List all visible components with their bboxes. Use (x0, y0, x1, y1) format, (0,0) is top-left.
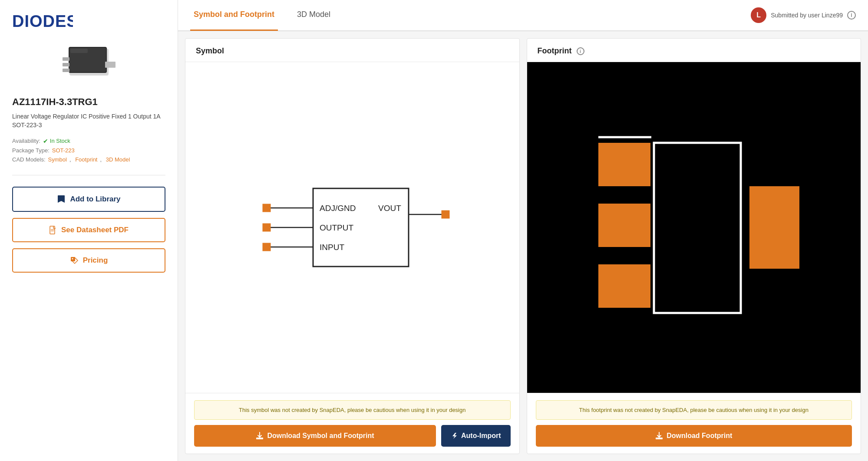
download-footprint-button[interactable]: Download Footprint (536, 425, 852, 447)
tab-3d-model[interactable]: 3D Model (294, 0, 334, 31)
info-icon[interactable]: i (847, 11, 856, 20)
svg-text:VOUT: VOUT (378, 204, 401, 213)
footprint-warning: This footprint was not created by SnapED… (536, 400, 852, 420)
footprint-panel-bottom: This footprint was not created by SnapED… (527, 393, 861, 454)
svg-rect-32 (749, 186, 799, 269)
auto-import-button[interactable]: Auto-Import (441, 425, 511, 447)
symbol-canvas: ADJ/GND OUTPUT INPUT VOUT (185, 62, 519, 393)
availability-label: Availability: (12, 138, 40, 144)
tabs-header: Symbol and Footprint 3D Model L Submitte… (178, 0, 868, 31)
lightning-icon (451, 432, 458, 439)
tag-icon (70, 256, 79, 265)
component-image (12, 39, 165, 87)
see-datasheet-button[interactable]: See Datasheet PDF (12, 218, 165, 242)
cad-label: CAD Models: (12, 156, 46, 163)
footprint-panel-title: Footprint i (527, 39, 861, 62)
symbol-panel: Symbol (185, 38, 520, 454)
svg-text:ADJ/GND: ADJ/GND (320, 204, 356, 213)
svg-rect-4 (70, 49, 88, 53)
svg-rect-8 (105, 62, 116, 68)
right-panel: Symbol and Footprint 3D Model L Submitte… (178, 0, 868, 461)
download-footprint-icon (655, 432, 663, 440)
package-link[interactable]: SOT-223 (52, 147, 75, 154)
svg-rect-22 (442, 211, 449, 218)
download-icon (256, 432, 264, 440)
cad-symbol-link[interactable]: Symbol (48, 156, 67, 163)
content-area: Symbol (178, 31, 868, 461)
package-row: Package Type: SOT-223 (12, 147, 165, 154)
svg-rect-29 (598, 264, 650, 308)
divider (12, 175, 165, 175)
component-image-svg (61, 39, 117, 87)
svg-rect-9 (50, 226, 55, 234)
add-to-library-button[interactable]: Add to Library (12, 187, 165, 212)
bookmark-icon (57, 194, 66, 204)
svg-rect-6 (63, 69, 69, 72)
availability-row: Availability: In Stock (12, 138, 165, 145)
pricing-button[interactable]: Pricing (12, 248, 165, 273)
svg-rect-16 (263, 204, 271, 212)
component-name: AZ1117IH-3.3TRG1 (12, 96, 165, 108)
footprint-info-icon[interactable]: i (577, 47, 584, 55)
symbol-panel-bottom: This symbol was not created by SnapEDA, … (185, 393, 519, 454)
availability-value: In Stock (43, 138, 70, 145)
symbol-warning: This symbol was not created by SnapEDA, … (194, 400, 511, 420)
left-panel: DIODES AZ1117IH-3.3TRG1 Linear Voltage R… (0, 0, 178, 461)
symbol-download-buttons: Download Symbol and Footprint Auto-Impor… (194, 425, 511, 447)
action-buttons: Add to Library See Datasheet PDF Pricing (12, 187, 165, 273)
tab-symbol-footprint[interactable]: Symbol and Footprint (190, 0, 278, 31)
svg-text:INPUT: INPUT (320, 243, 344, 252)
svg-text:OUTPUT: OUTPUT (320, 223, 354, 232)
svg-text:DIODES: DIODES (12, 12, 73, 30)
component-desc: Linear Voltage Regulator IC Positive Fix… (12, 112, 165, 130)
submitted-avatar: L (751, 7, 766, 23)
footprint-panel: Footprint i This (527, 38, 861, 454)
symbol-svg: ADJ/GND OUTPUT INPUT VOUT (244, 162, 461, 293)
package-label: Package Type: (12, 147, 50, 154)
submitted-text: Submitted by user Linze99 (771, 12, 843, 19)
symbol-panel-title: Symbol (185, 39, 519, 62)
diodes-logo-svg: DIODES (12, 10, 73, 31)
svg-rect-5 (63, 63, 69, 66)
svg-point-13 (72, 258, 73, 259)
cad-3dmodel-link[interactable]: 3D Model (106, 156, 130, 163)
svg-rect-27 (598, 143, 650, 186)
brand-logo: DIODES (12, 10, 165, 31)
file-icon (49, 226, 57, 234)
svg-rect-20 (263, 243, 271, 251)
footprint-canvas (527, 62, 861, 393)
cad-row: CAD Models: Symbol, Footprint, 3D Model (12, 156, 165, 163)
cad-footprint-link[interactable]: Footprint (75, 156, 97, 163)
submitted-by: L Submitted by user Linze99 i (751, 7, 856, 23)
footprint-svg (581, 119, 807, 336)
svg-rect-18 (263, 224, 271, 231)
svg-rect-7 (63, 57, 69, 61)
svg-rect-31 (654, 143, 741, 313)
svg-rect-28 (598, 204, 650, 247)
download-symbol-footprint-button[interactable]: Download Symbol and Footprint (194, 425, 436, 447)
